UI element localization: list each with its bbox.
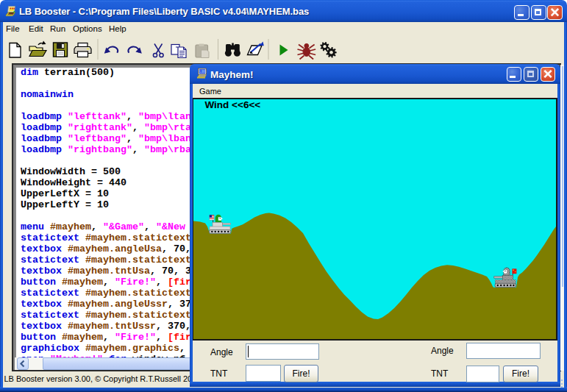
svg-text:LBB: LBB — [199, 70, 207, 74]
